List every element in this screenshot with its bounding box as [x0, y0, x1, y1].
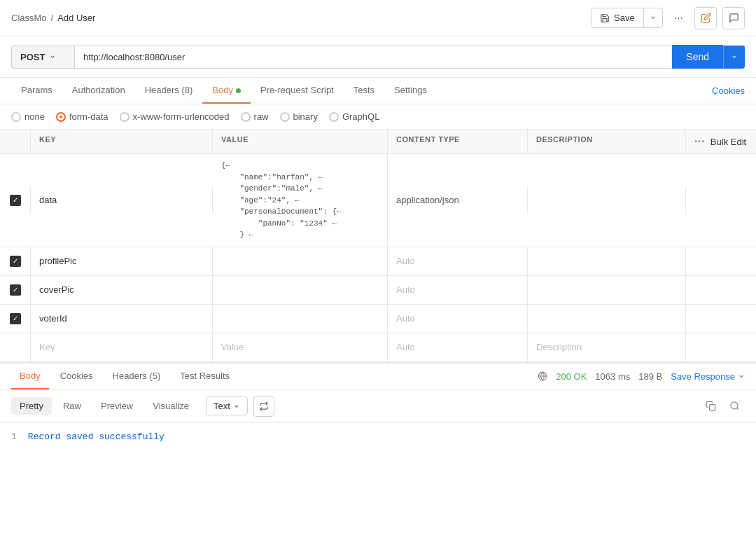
- bulk-edit-button[interactable]: Bulk Edit: [710, 137, 746, 147]
- td-key-3[interactable]: coverPic: [31, 276, 213, 304]
- fmt-preview-button[interactable]: Preview: [92, 397, 141, 415]
- tab-params[interactable]: Params: [11, 78, 62, 104]
- resp-tab-body[interactable]: Body: [11, 364, 49, 389]
- response-meta: 200 OK 1063 ms 189 B Save Response: [538, 371, 745, 382]
- response-tabs: Body Cookies Headers (5) Test Results 20…: [0, 364, 756, 390]
- checkbox-3[interactable]: ✓: [10, 284, 21, 296]
- save-button-group: Save: [591, 8, 663, 28]
- search-button[interactable]: [724, 396, 745, 417]
- td-content-type-1[interactable]: application/json: [388, 186, 528, 214]
- breadcrumb-current: Add User: [57, 13, 95, 23]
- save-button[interactable]: Save: [592, 8, 644, 27]
- td-description-2[interactable]: [528, 247, 686, 275]
- table-new-row: Key Value Auto Description: [0, 333, 756, 362]
- fmt-pretty-button[interactable]: Pretty: [11, 397, 52, 415]
- fmt-visualize-button[interactable]: Visualize: [144, 397, 197, 415]
- tab-settings[interactable]: Settings: [384, 78, 437, 104]
- tab-authorization[interactable]: Authorization: [62, 78, 135, 104]
- radio-circle-urlencoded: [120, 112, 130, 122]
- td-value-4[interactable]: [213, 305, 388, 333]
- url-input[interactable]: [74, 46, 672, 69]
- body-options: none form-data x-www-form-urlencoded raw…: [0, 104, 756, 130]
- tab-pre-request[interactable]: Pre-request Script: [251, 78, 344, 104]
- resp-tab-cookies[interactable]: Cookies: [52, 364, 102, 389]
- radio-raw[interactable]: raw: [241, 111, 269, 122]
- send-button[interactable]: Send: [672, 45, 723, 69]
- word-wrap-button[interactable]: [253, 396, 274, 417]
- td-checkbox-1[interactable]: ✓: [0, 186, 31, 214]
- checkbox-4[interactable]: ✓: [10, 313, 21, 324]
- td-description-new[interactable]: Description: [528, 333, 686, 361]
- tab-headers[interactable]: Headers (8): [135, 78, 203, 104]
- tab-tests[interactable]: Tests: [344, 78, 384, 104]
- line-number-1: 1: [11, 432, 17, 442]
- edit-icon-button[interactable]: [694, 7, 717, 29]
- td-description-1[interactable]: [528, 186, 686, 214]
- table-row: ✓ coverPic Auto: [0, 276, 756, 305]
- radio-form-data[interactable]: form-data: [56, 111, 108, 122]
- table-row: ✓ profilePic Auto: [0, 247, 756, 276]
- td-value-new[interactable]: Value: [213, 333, 388, 361]
- send-dropdown-button[interactable]: [723, 46, 745, 69]
- svg-rect-2: [709, 405, 715, 411]
- radio-circle-form-data: [56, 112, 66, 122]
- radio-graphql[interactable]: GraphQL: [329, 111, 379, 122]
- radio-urlencoded[interactable]: x-www-form-urlencoded: [120, 111, 230, 122]
- response-body: 1 Record saved successfully: [0, 423, 756, 479]
- request-bar: POST Send: [0, 36, 756, 78]
- checkbox-2[interactable]: ✓: [10, 256, 21, 267]
- more-options-button[interactable]: ···: [668, 9, 689, 27]
- th-bulk-edit: ··· Bulk Edit: [686, 130, 756, 153]
- td-actions-new: [686, 333, 756, 361]
- top-bar-actions: Save ···: [591, 7, 745, 29]
- radio-circle-graphql: [329, 112, 339, 122]
- response-status: 200 OK: [556, 371, 587, 382]
- fmt-raw-button[interactable]: Raw: [55, 397, 90, 415]
- save-dropdown-button[interactable]: [644, 8, 662, 27]
- save-response-button[interactable]: Save Response: [671, 371, 745, 382]
- cookies-link[interactable]: Cookies: [712, 85, 745, 96]
- resp-tab-test-results[interactable]: Test Results: [172, 364, 238, 389]
- checkbox-1[interactable]: ✓: [10, 195, 21, 206]
- td-content-type-4[interactable]: Auto: [388, 305, 528, 333]
- td-key-1[interactable]: data: [31, 186, 213, 214]
- radio-circle-none: [11, 112, 21, 122]
- td-key-4[interactable]: voterId: [31, 305, 213, 333]
- body-dot: [236, 88, 241, 93]
- resp-tab-headers[interactable]: Headers (5): [104, 364, 169, 389]
- table-row: ✓ voterId Auto: [0, 305, 756, 333]
- td-key-2[interactable]: profilePic: [31, 247, 213, 275]
- copy-button[interactable]: [700, 396, 721, 417]
- td-actions-3: [686, 276, 756, 304]
- td-key-new[interactable]: Key: [31, 333, 213, 361]
- chat-icon-button[interactable]: [722, 7, 745, 29]
- table-row: ✓ data {← "name":"harfan", ← "gender":"m…: [0, 154, 756, 247]
- td-value-2[interactable]: [213, 247, 388, 275]
- td-checkbox-4[interactable]: ✓: [0, 305, 31, 333]
- td-checkbox-3[interactable]: ✓: [0, 276, 31, 304]
- td-value-1[interactable]: {← "name":"harfan", ← "gender":"male", ←…: [213, 154, 388, 247]
- text-format-dropdown[interactable]: Text: [206, 396, 248, 415]
- method-select[interactable]: POST: [11, 46, 74, 69]
- td-checkbox-2[interactable]: ✓: [0, 247, 31, 275]
- radio-none[interactable]: none: [11, 111, 45, 122]
- td-description-4[interactable]: [528, 305, 686, 333]
- td-description-3[interactable]: [528, 276, 686, 304]
- table-header: KEY VALUE CONTENT TYPE DESCRIPTION ··· B…: [0, 130, 756, 154]
- response-line-1: 1 Record saved successfully: [11, 432, 745, 442]
- td-content-type-2[interactable]: Auto: [388, 247, 528, 275]
- td-value-3[interactable]: [213, 276, 388, 304]
- form-data-table: KEY VALUE CONTENT TYPE DESCRIPTION ··· B…: [0, 130, 756, 363]
- send-button-group: Send: [672, 45, 745, 69]
- radio-binary[interactable]: binary: [280, 111, 318, 122]
- td-content-type-3[interactable]: Auto: [388, 276, 528, 304]
- svg-line-4: [736, 408, 738, 410]
- breadcrumb: ClassMo / Add User: [11, 13, 95, 23]
- td-actions-2: [686, 247, 756, 275]
- tab-body[interactable]: Body: [202, 78, 251, 104]
- td-actions-4: [686, 305, 756, 333]
- th-checkbox: [0, 130, 31, 153]
- more-cols-icon[interactable]: ···: [694, 135, 705, 148]
- td-content-type-new[interactable]: Auto: [388, 333, 528, 361]
- breadcrumb-parent[interactable]: ClassMo: [11, 13, 47, 23]
